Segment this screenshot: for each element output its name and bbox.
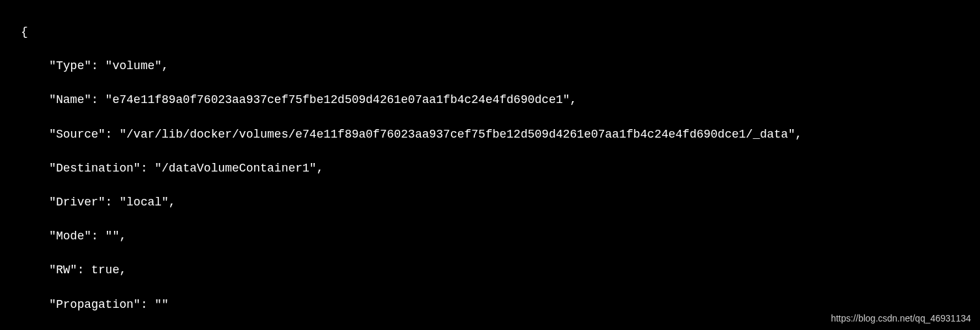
json-source-line: "Source": "/var/lib/docker/volumes/e74e1… [21,126,980,143]
json-open-brace: { [21,23,980,40]
json-destination-line: "Destination": "/dataVolumeContainer1", [21,160,980,177]
watermark-text: https://blog.csdn.net/qq_46931134 [831,312,971,325]
json-propagation-line: "Propagation": "" [21,296,980,313]
json-type-line: "Type": "volume", [21,57,980,74]
json-driver-line: "Driver": "local", [21,194,980,211]
terminal-output: { "Type": "volume", "Name": "e74e11f89a0… [0,7,980,330]
json-mode-line: "Mode": "", [21,228,980,245]
json-rw-line: "RW": true, [21,262,980,278]
json-name-line: "Name": "e74e11f89a0f76023aa937cef75fbe1… [21,91,980,108]
